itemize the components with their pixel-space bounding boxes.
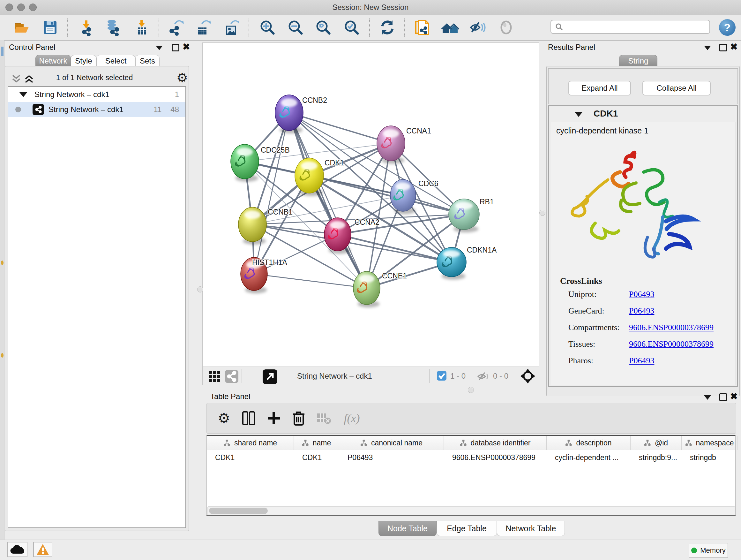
tab-node-table[interactable]: Node Table — [379, 521, 436, 536]
tab-select[interactable]: Select — [96, 55, 135, 66]
crosslink-value-link[interactable]: P06493 — [629, 290, 654, 299]
network-node-CCNB1[interactable] — [239, 207, 266, 245]
toolbar-separator — [249, 18, 249, 37]
crosslink-value-link[interactable]: 9606.ENSP00000378699 — [629, 323, 714, 332]
memory-status-dot-icon — [691, 548, 697, 553]
home-icon[interactable] — [441, 18, 459, 37]
string-view-icon[interactable] — [225, 370, 239, 383]
expand-all-button[interactable]: Expand All — [568, 81, 631, 96]
table-row[interactable]: CDK1CDK1P064939606.ENSP00000378699cyclin… — [207, 450, 735, 465]
table-hscrollbar[interactable] — [207, 506, 735, 516]
zoom-out-icon[interactable] — [286, 18, 305, 37]
left-splitter-handle[interactable] — [197, 287, 203, 293]
open-in-window-icon[interactable] — [263, 369, 277, 384]
export-table-icon[interactable] — [194, 18, 212, 37]
network-collection-row[interactable]: String Network – cdk1 1 — [8, 87, 185, 102]
memory-button[interactable]: Memory — [689, 543, 728, 558]
import-database-icon[interactable] — [104, 18, 122, 37]
collapse-all-button[interactable]: Collapse All — [643, 81, 711, 96]
table-settings-gear-icon[interactable]: ⚙ — [218, 411, 230, 425]
network-edge[interactable] — [254, 274, 367, 288]
zoom-in-icon[interactable] — [259, 18, 276, 37]
results-panel-minimize-icon[interactable] — [704, 46, 711, 50]
table-cell[interactable]: P06493 — [339, 450, 444, 465]
network-canvas[interactable]: CDK1CCNB1CCNB2CCNA1CCNA2CCNE1CDC25BCDC6R… — [202, 43, 539, 367]
column-header-name[interactable]: name — [294, 436, 339, 450]
expand-all-tree-icon[interactable] — [23, 74, 35, 84]
tab-network-table[interactable]: Network Table — [497, 521, 565, 536]
hide-panel-eye-icon[interactable] — [469, 18, 487, 37]
help-button[interactable]: ? — [719, 19, 736, 36]
table-cell[interactable]: stringdb:9... — [630, 450, 682, 465]
tab-sets[interactable]: Sets — [135, 55, 159, 66]
column-header-shared-name[interactable]: shared name — [207, 436, 294, 450]
network-node-CCNA1[interactable] — [377, 126, 405, 164]
network-edge[interactable] — [254, 113, 289, 274]
table-panel-minimize-icon[interactable] — [704, 395, 711, 400]
network-node-CCNE1[interactable] — [353, 271, 380, 307]
section-disclosure-icon[interactable] — [575, 112, 583, 117]
bottom-splitter-handle[interactable] — [468, 387, 474, 393]
column-header-canonical-name[interactable]: canonical name — [339, 436, 444, 450]
column-header--id[interactable]: @id — [630, 436, 682, 450]
network-edge[interactable] — [309, 176, 464, 214]
warning-status-button[interactable] — [33, 542, 52, 557]
tab-string[interactable]: String — [619, 55, 657, 66]
network-node-CDKN1A[interactable] — [437, 247, 466, 280]
network-node-CDK1[interactable] — [295, 158, 324, 196]
results-panel-float-icon[interactable] — [719, 44, 727, 51]
birdseye-view-icon[interactable] — [521, 369, 535, 383]
search-field[interactable] — [550, 20, 710, 34]
network-graph[interactable]: CDK1CCNB1CCNB2CCNA1CCNA2CCNE1CDC25BCDC6R… — [203, 43, 539, 367]
save-session-icon[interactable] — [41, 18, 59, 37]
refresh-icon[interactable] — [379, 18, 396, 37]
cloud-status-button[interactable] — [7, 542, 27, 557]
show-columns-icon[interactable] — [242, 411, 255, 425]
table-cell[interactable]: cyclin-dependent ... — [547, 450, 630, 465]
right-splitter-handle[interactable] — [539, 210, 545, 216]
column-header-namespace[interactable]: namespace — [682, 436, 738, 450]
table-cell[interactable]: CDK1 — [207, 450, 294, 465]
control-panel-minimize-icon[interactable] — [156, 46, 163, 50]
control-panel-float-icon[interactable] — [172, 44, 179, 51]
add-column-icon[interactable] — [267, 412, 280, 425]
import-table-icon[interactable] — [133, 18, 151, 37]
zoom-selected-icon[interactable] — [343, 18, 360, 37]
search-input[interactable] — [563, 22, 698, 31]
network-edge[interactable] — [289, 113, 367, 288]
table-cell[interactable]: CDK1 — [294, 450, 339, 465]
delete-column-icon[interactable] — [293, 411, 305, 426]
selected-checkbox-icon[interactable] — [437, 371, 447, 381]
tab-network[interactable]: Network — [36, 55, 71, 66]
network-node-RB1[interactable] — [449, 199, 479, 233]
table-panel-close-icon[interactable]: ✖ — [730, 393, 738, 400]
table-cell[interactable]: stringdb — [682, 450, 738, 465]
crosslink-value-link[interactable]: P06493 — [629, 306, 654, 316]
network-node-CCNB2[interactable] — [275, 95, 303, 133]
table-cell[interactable]: 9606.ENSP00000378699 — [444, 450, 547, 465]
control-panel-close-icon[interactable]: ✖ — [183, 44, 190, 51]
network-edge[interactable] — [289, 113, 391, 143]
collection-disclosure-icon[interactable] — [19, 92, 27, 97]
export-image-icon[interactable] — [222, 18, 240, 37]
network-node-CDC25B[interactable] — [231, 144, 259, 182]
network-row-selected[interactable]: String Network – cdk1 11 48 — [8, 102, 185, 117]
crosslink-value-link[interactable]: 9606.ENSP00000378699 — [629, 339, 714, 349]
table-panel-float-icon[interactable] — [719, 393, 727, 401]
share-document-icon[interactable] — [413, 18, 431, 37]
crosslink-value-link[interactable]: P06493 — [629, 356, 654, 366]
export-network-icon[interactable] — [166, 18, 185, 37]
table-hscrollbar-thumb[interactable] — [209, 508, 268, 514]
network-options-gear-icon[interactable]: ⚙ — [177, 70, 188, 85]
open-session-icon[interactable] — [12, 18, 30, 37]
column-header-database-identifier[interactable]: database identifier — [444, 436, 547, 450]
zoom-fit-icon[interactable] — [314, 18, 332, 37]
import-network-icon[interactable] — [77, 18, 95, 37]
tab-style[interactable]: Style — [71, 55, 96, 66]
grid-view-icon[interactable] — [208, 370, 220, 382]
results-panel-close-icon[interactable]: ✖ — [730, 44, 738, 51]
collapse-all-tree-icon[interactable] — [11, 74, 22, 84]
column-header-description[interactable]: description — [547, 436, 630, 450]
show-panel-eye-icon[interactable] — [497, 18, 515, 37]
tab-edge-table[interactable]: Edge Table — [436, 521, 497, 536]
